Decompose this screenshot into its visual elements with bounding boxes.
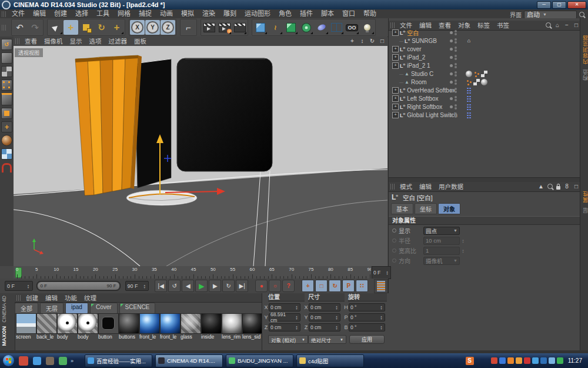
- rotation-b-field[interactable]: 0 °▴▾: [349, 323, 385, 331]
- toolbar-grip[interactable]: [2, 25, 6, 31]
- visibility-dots[interactable]: [450, 30, 457, 35]
- viewport-menu-item-4[interactable]: 过滤器: [105, 37, 131, 46]
- mat-grip[interactable]: [16, 295, 21, 301]
- material-layer-tab-0[interactable]: 全部: [15, 303, 38, 314]
- sphere-tag-icon[interactable]: [466, 71, 472, 77]
- material-item[interactable]: body: [78, 313, 98, 340]
- dock-tab-构造[interactable]: 构造: [582, 69, 588, 81]
- material-item[interactable]: front_le: [160, 313, 180, 340]
- texture-mode-icon[interactable]: [1, 66, 12, 77]
- om-grip[interactable]: [390, 22, 395, 28]
- bluedots-tag-icon[interactable]: [466, 112, 472, 118]
- dock-tab-层[interactable]: 层: [582, 207, 588, 213]
- taskbar-window-3[interactable]: c4d贴图: [296, 354, 364, 367]
- material-menu-item-3[interactable]: 纹理: [81, 293, 100, 303]
- field-input[interactable]: 1: [423, 247, 460, 255]
- object-label[interactable]: iPad_2 1: [407, 62, 430, 69]
- object-label[interactable]: cover: [407, 46, 421, 52]
- goto-start-button[interactable]: |◀: [155, 280, 167, 292]
- keyframe-selection-button[interactable]: ?: [282, 280, 295, 292]
- material-item[interactable]: glass: [181, 313, 201, 340]
- dots-tag-icon[interactable]: [473, 71, 480, 77]
- menubar-item-2[interactable]: 创建: [50, 9, 71, 18]
- search-icon[interactable]: [546, 22, 551, 28]
- visibility-dots[interactable]: [450, 38, 457, 44]
- loop-button[interactable]: ↻: [222, 280, 235, 292]
- material-item[interactable]: inside: [201, 313, 221, 340]
- keyframe-pla-toggle[interactable]: ∷: [356, 280, 368, 292]
- axis-mode-icon[interactable]: +: [1, 121, 12, 132]
- bluedots-tag-icon[interactable]: [466, 87, 472, 94]
- title-bar[interactable]: CINEMA 4D R14.034 Studio (32 Bit) - [Ipa…: [0, 0, 588, 9]
- material-layer-tab-4[interactable]: SCENCE: [119, 303, 156, 314]
- layer-dot[interactable]: [450, 31, 453, 34]
- keyframe-parameter-toggle[interactable]: P: [342, 280, 355, 292]
- home-tag-icon[interactable]: ⌂: [466, 38, 472, 44]
- tray-icon-7[interactable]: [549, 357, 555, 364]
- menubar-item-5[interactable]: 网格: [113, 9, 135, 18]
- taskbar-window-2[interactable]: BAIDU_JINGYAN ...: [226, 354, 293, 367]
- menubar-item-15[interactable]: 窗口: [338, 9, 359, 18]
- expand-toggle-icon[interactable]: +: [392, 54, 399, 61]
- am-menu-item-1[interactable]: 编辑: [416, 182, 435, 191]
- menubar-item-12[interactable]: 角色: [275, 9, 296, 18]
- rotation-p-field[interactable]: 0 °▴▾: [349, 313, 385, 321]
- tray-icon-2[interactable]: [507, 357, 514, 364]
- menubar-item-0[interactable]: 文件: [8, 9, 29, 18]
- generators-button[interactable]: [283, 20, 298, 35]
- record-active-objects-button[interactable]: ●: [255, 280, 268, 292]
- snap-icon[interactable]: [2, 163, 12, 173]
- end-frame-input[interactable]: 90 F▴▾: [125, 281, 149, 291]
- size-z-field[interactable]: 0 cm▴▾: [309, 323, 340, 331]
- keyframe-dot-icon[interactable]: [392, 228, 396, 233]
- material-item[interactable]: back_le: [36, 313, 56, 340]
- material-layer-tab-3[interactable]: Cover: [90, 303, 118, 314]
- keyframe-scale-toggle[interactable]: □: [315, 280, 328, 292]
- viewport-menu-item-3[interactable]: 选项: [86, 37, 105, 46]
- redo-button[interactable]: ↷: [28, 20, 42, 35]
- coord-system-button[interactable]: ⌐: [181, 20, 196, 35]
- layer-dot[interactable]: [450, 48, 453, 51]
- layer-dot[interactable]: [450, 81, 453, 84]
- checker-tag-icon[interactable]: [481, 71, 487, 77]
- minimize-button[interactable]: ─: [537, 1, 551, 9]
- size-x-field[interactable]: 0 cm▴▾: [309, 303, 340, 311]
- material-item[interactable]: lens_sid: [242, 313, 262, 340]
- material-thumbnail[interactable]: [57, 313, 78, 334]
- window-icon[interactable]: □: [573, 22, 579, 28]
- quick-launch-icon-2[interactable]: [46, 357, 54, 365]
- add-cube-button[interactable]: [253, 20, 268, 35]
- taskbar-clock[interactable]: 11:27: [568, 357, 582, 364]
- light-button[interactable]: [360, 20, 375, 35]
- spline-pen-button[interactable]: ~: [268, 20, 283, 35]
- material-item[interactable]: body: [57, 313, 77, 340]
- object-label[interactable]: SUNRGB: [412, 38, 437, 44]
- editor-render-dots[interactable]: [455, 63, 457, 68]
- menu-grip[interactable]: [2, 11, 6, 17]
- expand-toggle-icon[interactable]: +: [392, 95, 399, 102]
- rotate-tool-button[interactable]: ↻: [94, 20, 109, 35]
- editor-render-dots[interactable]: [455, 30, 457, 35]
- material-thumbnail[interactable]: [160, 313, 181, 334]
- quick-launch-icon-0[interactable]: [19, 356, 28, 366]
- play-mode-button[interactable]: ↺: [168, 280, 181, 292]
- material-thumbnail[interactable]: [16, 313, 36, 334]
- viewport-menu-item-5[interactable]: 面板: [131, 37, 150, 46]
- object-row[interactable]: —▲Room: [389, 78, 580, 86]
- menubar-item-8[interactable]: 模拟: [177, 9, 198, 18]
- search-icon[interactable]: [579, 12, 584, 17]
- material-thumbnail[interactable]: [78, 313, 98, 334]
- expand-toggle-icon[interactable]: +: [392, 104, 399, 110]
- editor-render-dots[interactable]: [455, 47, 457, 52]
- tray-icon-0[interactable]: [491, 357, 497, 364]
- tray-icon-8[interactable]: [557, 357, 563, 364]
- bluedots-tag-icon[interactable]: [466, 104, 472, 110]
- material-item[interactable]: front_le: [139, 313, 159, 340]
- menubar-item-4[interactable]: 工具: [92, 9, 113, 18]
- size-mode-dropdown[interactable]: 绝对尺寸▼: [308, 335, 346, 344]
- editor-render-dots[interactable]: [455, 79, 457, 85]
- play-forward-button[interactable]: ▶: [195, 280, 208, 292]
- material-layer-tab-2[interactable]: ipad: [65, 303, 88, 314]
- polygon-mode-icon[interactable]: [1, 108, 12, 119]
- menubar-item-10[interactable]: 雕刻: [219, 9, 240, 18]
